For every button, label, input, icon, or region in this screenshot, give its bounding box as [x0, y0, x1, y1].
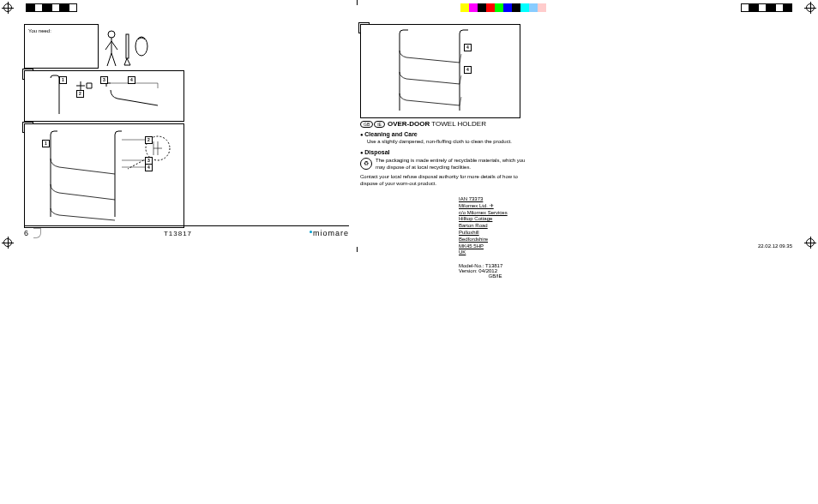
company-l6: UK [459, 249, 508, 256]
product-title: OVER-DOOR TOWEL HOLDER [388, 120, 486, 128]
colorbar [741, 3, 792, 12]
company-co: c/o Milomex Services [459, 210, 508, 217]
page-left: You need: A 1 2 3 4 B [17, 17, 356, 240]
page-right: C 4 4 GBIE OVER-DOOR TOWEL HOLDER Cleani… [360, 17, 703, 240]
company-l3: Pulloxhill [459, 230, 508, 237]
diagram-c [361, 25, 520, 117]
part-1: 1 [59, 76, 67, 84]
part-4c2: 4 [464, 66, 472, 74]
lang-gb: GB [360, 121, 373, 128]
disposal-body2: Contact your local refuse disposal autho… [360, 174, 532, 188]
part-4b: 4 [145, 164, 153, 171]
svg-rect-1 [126, 34, 129, 58]
print-timestamp: 22.02.12 09.35 [758, 243, 792, 249]
heading-disposal: Disposal [360, 149, 532, 155]
box-c: 4 4 [360, 24, 520, 118]
brand-logo: miomare [310, 229, 349, 237]
box-a: 1 2 3 4 [24, 70, 184, 122]
figure-icons [99, 27, 159, 69]
colorbar [460, 3, 546, 12]
part-1b: 1 [42, 140, 50, 147]
crop-mark [806, 238, 815, 247]
title-bold: OVER-DOOR [388, 120, 430, 128]
footer-model: T13817 [46, 230, 310, 237]
brand-text: miomare [313, 229, 349, 237]
company-ian: IAN 73373 [459, 196, 508, 203]
fold-mark [357, 247, 358, 252]
page-number: 6 [24, 229, 28, 237]
page-footer: 6 T13817 miomare [24, 225, 349, 240]
company-name: Milomex Ltd. [459, 203, 488, 208]
text-block: GBIE OVER-DOOR TOWEL HOLDER Cleaning and… [360, 120, 532, 279]
crop-mark [3, 3, 12, 12]
crop-mark [3, 238, 12, 247]
svg-point-0 [108, 31, 115, 38]
part-4: 4 [128, 76, 135, 84]
pageflip-icon [33, 228, 41, 238]
part-2b: 2 [145, 136, 153, 144]
heading-cleaning: Cleaning and Care [360, 131, 532, 137]
company-l4: Bedfordshire [459, 237, 508, 243]
title-rest: TOWEL HOLDER [430, 120, 486, 128]
part-3: 3 [100, 76, 108, 84]
company-block: IAN 73373 Milomex Ltd. ✈ c/o Milomex Ser… [459, 196, 508, 256]
modelinfo-vk: Version: [459, 268, 478, 273]
company-l2: Barton Road [459, 223, 508, 230]
model-info: Model-No.: T13817 Version: 04/2012 GB/IE [459, 263, 532, 279]
company-l5: MK45 5HP [459, 243, 508, 250]
box-b: 1 2 3 4 [24, 123, 184, 228]
box-need: You need: [24, 24, 99, 69]
disposal-body: The packaging is made entirely of recycl… [376, 158, 532, 171]
part-2: 2 [76, 90, 84, 98]
lang-ie: IE [374, 121, 385, 128]
fold-mark [357, 0, 358, 5]
recycle-icon [360, 158, 372, 170]
colorbar [26, 3, 77, 12]
clean-body: Use a slightly dampened, non-fluffing cl… [367, 139, 532, 146]
need-label: You need: [28, 28, 51, 33]
svg-point-2 [135, 37, 147, 56]
company-l1: Hilltop Cottage [459, 216, 508, 223]
crop-mark [806, 3, 815, 12]
part-4c: 4 [464, 44, 472, 51]
modelinfo-extra: GB/IE [459, 273, 532, 279]
